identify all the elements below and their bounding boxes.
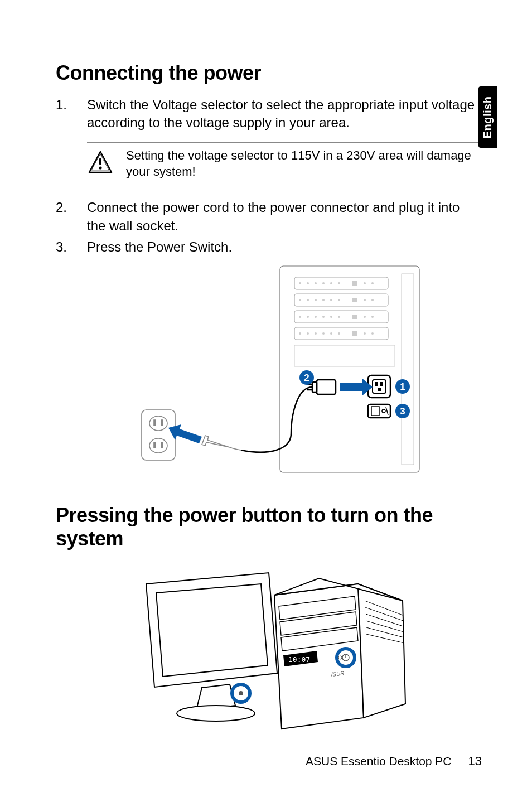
svg-rect-63 <box>154 442 156 448</box>
svg-point-40 <box>338 332 340 335</box>
callout-2: 2 <box>304 373 309 383</box>
step-number: 1. <box>56 96 87 132</box>
step-text: Switch the Voltage selector to select th… <box>87 96 482 132</box>
step-number: 3. <box>56 238 87 256</box>
svg-point-36 <box>307 332 309 335</box>
svg-point-8 <box>299 282 301 284</box>
svg-rect-49 <box>378 388 381 391</box>
step-text: Press the Power Switch. <box>87 238 482 256</box>
svg-point-22 <box>338 299 340 301</box>
svg-point-38 <box>322 332 325 335</box>
svg-point-70 <box>239 691 243 695</box>
svg-point-31 <box>338 316 340 318</box>
svg-point-17 <box>299 299 301 301</box>
warning-text: Setting the voltage selector to 115V in … <box>126 147 482 180</box>
heading-connecting-power: Connecting the power <box>56 61 482 85</box>
callout-3: 3 <box>400 406 405 417</box>
svg-point-68 <box>177 706 255 721</box>
language-label: English <box>482 96 495 138</box>
svg-point-37 <box>315 332 317 335</box>
list-item: 2. Connect the power cord to the power c… <box>56 199 482 235</box>
page-number: 13 <box>468 754 482 769</box>
step-text: Connect the power cord to the power conn… <box>87 199 482 235</box>
svg-rect-32 <box>352 315 357 319</box>
warning-note: Setting the voltage selector to 115V in … <box>87 142 482 185</box>
heading-power-button: Pressing the power button to turn on the… <box>56 504 482 550</box>
svg-point-28 <box>315 316 317 318</box>
svg-point-11 <box>322 282 325 284</box>
svg-point-26 <box>299 316 301 318</box>
warning-icon <box>87 150 114 177</box>
language-tab: English <box>478 86 497 148</box>
svg-rect-48 <box>380 382 383 386</box>
svg-rect-64 <box>161 442 163 448</box>
figure-power-connection: 2 1 3 <box>56 260 482 480</box>
page-footer: ASUS Essentio Desktop PC 13 <box>56 746 482 769</box>
svg-point-29 <box>322 316 325 318</box>
svg-point-12 <box>330 282 332 284</box>
svg-point-39 <box>330 332 332 335</box>
step-number: 2. <box>56 199 87 235</box>
svg-point-1 <box>99 167 101 170</box>
svg-rect-61 <box>154 420 156 426</box>
svg-point-20 <box>322 299 325 301</box>
svg-point-18 <box>307 299 309 301</box>
svg-point-27 <box>307 316 309 318</box>
svg-rect-0 <box>99 158 101 165</box>
svg-point-42 <box>364 332 366 335</box>
svg-point-30 <box>330 316 332 318</box>
svg-point-43 <box>371 332 374 335</box>
svg-point-15 <box>364 282 366 284</box>
svg-rect-14 <box>352 281 357 286</box>
list-item: 1. Switch the Voltage selector to select… <box>56 96 482 132</box>
svg-point-21 <box>330 299 332 301</box>
figure-power-button: 10:07 /SUS <box>56 562 482 742</box>
svg-point-59 <box>149 416 167 431</box>
svg-point-35 <box>299 332 301 335</box>
svg-rect-62 <box>161 420 163 426</box>
svg-point-10 <box>315 282 317 284</box>
footer-title: ASUS Essentio Desktop PC <box>306 755 451 768</box>
svg-rect-2 <box>280 266 419 472</box>
svg-point-13 <box>338 282 340 284</box>
svg-point-33 <box>364 316 366 318</box>
svg-point-25 <box>371 299 374 301</box>
steps-list-1b: 2. Connect the power cord to the power c… <box>56 199 482 256</box>
list-item: 3. Press the Power Switch. <box>56 238 482 256</box>
svg-point-19 <box>315 299 317 301</box>
clock-display: 10:07 <box>288 655 310 664</box>
svg-rect-41 <box>352 331 357 336</box>
callout-1: 1 <box>400 381 405 392</box>
svg-point-24 <box>364 299 366 301</box>
svg-point-60 <box>149 438 167 453</box>
svg-rect-54 <box>317 380 336 394</box>
svg-point-34 <box>371 316 374 318</box>
svg-point-16 <box>371 282 374 284</box>
svg-point-9 <box>307 282 309 284</box>
svg-rect-55 <box>312 382 317 392</box>
svg-rect-47 <box>375 382 378 386</box>
steps-list-1: 1. Switch the Voltage selector to select… <box>56 96 482 132</box>
svg-rect-23 <box>352 298 357 302</box>
